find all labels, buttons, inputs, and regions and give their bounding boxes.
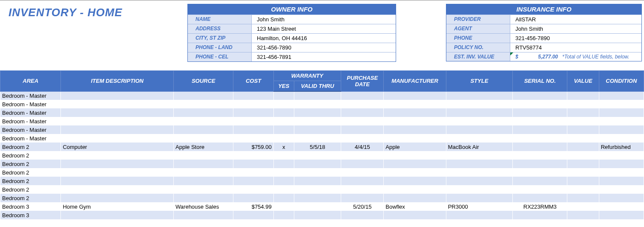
cell-mfr[interactable] bbox=[384, 185, 446, 194]
cell-yes[interactable]: x bbox=[273, 143, 294, 151]
cell-value[interactable] bbox=[567, 185, 599, 194]
cell-serial[interactable] bbox=[513, 168, 567, 177]
cell-thru[interactable] bbox=[294, 185, 341, 194]
cell-desc[interactable] bbox=[61, 194, 174, 202]
col-header-serial[interactable]: SERIAL NO. bbox=[513, 71, 567, 92]
cell-desc[interactable] bbox=[61, 151, 174, 160]
cell-style[interactable] bbox=[446, 151, 512, 160]
cell-pdate[interactable] bbox=[341, 177, 384, 185]
cell-cond[interactable] bbox=[599, 134, 644, 143]
cell-mfr[interactable] bbox=[384, 194, 446, 202]
owner-phone-land-value[interactable]: 321-456-7890 bbox=[252, 43, 396, 52]
cell-mfr[interactable] bbox=[384, 100, 446, 108]
cell-area[interactable]: Bedroom 2 bbox=[0, 194, 61, 202]
cell-desc[interactable] bbox=[61, 100, 174, 108]
cell-thru[interactable] bbox=[294, 134, 341, 143]
cell-mfr[interactable] bbox=[384, 151, 446, 160]
cell-value[interactable] bbox=[567, 91, 599, 100]
cell-source[interactable] bbox=[174, 160, 233, 168]
cell-style[interactable] bbox=[446, 117, 512, 125]
cell-source[interactable] bbox=[174, 185, 233, 194]
owner-name-value[interactable]: John Smith bbox=[252, 15, 396, 24]
owner-city-value[interactable]: Hamilton, OH 44416 bbox=[252, 34, 396, 43]
cell-desc[interactable] bbox=[61, 177, 174, 185]
cell-pdate[interactable] bbox=[341, 100, 384, 108]
cell-cond[interactable] bbox=[599, 151, 644, 160]
cell-mfr[interactable] bbox=[384, 108, 446, 117]
cell-thru[interactable] bbox=[294, 100, 341, 108]
cell-area[interactable]: Bedroom 2 bbox=[0, 151, 61, 160]
col-header-mfr[interactable]: MANUFACTURER bbox=[384, 71, 446, 92]
cell-pdate[interactable] bbox=[341, 134, 384, 143]
cell-cost[interactable] bbox=[233, 185, 273, 194]
cell-cost[interactable] bbox=[233, 177, 273, 185]
cell-cost[interactable]: $759.00 bbox=[233, 143, 273, 151]
cell-value[interactable] bbox=[567, 202, 599, 211]
cell-pdate[interactable] bbox=[341, 151, 384, 160]
cell-serial[interactable] bbox=[513, 125, 567, 134]
cell-yes[interactable] bbox=[273, 177, 294, 185]
cell-thru[interactable] bbox=[294, 211, 341, 219]
cell-style[interactable] bbox=[446, 125, 512, 134]
cell-cond[interactable] bbox=[599, 100, 644, 108]
col-header-source[interactable]: SOURCE bbox=[174, 71, 233, 92]
cell-desc[interactable] bbox=[61, 134, 174, 143]
cell-value[interactable] bbox=[567, 143, 599, 151]
cell-thru[interactable] bbox=[294, 168, 341, 177]
cell-mfr[interactable] bbox=[384, 134, 446, 143]
cell-source[interactable] bbox=[174, 177, 233, 185]
cell-thru[interactable] bbox=[294, 108, 341, 117]
cell-cost[interactable] bbox=[233, 160, 273, 168]
cell-source[interactable] bbox=[174, 168, 233, 177]
cell-pdate[interactable] bbox=[341, 91, 384, 100]
cell-value[interactable] bbox=[567, 100, 599, 108]
cell-mfr[interactable]: Bowflex bbox=[384, 202, 446, 211]
cell-cond[interactable] bbox=[599, 125, 644, 134]
owner-address-value[interactable]: 123 Main Street bbox=[252, 24, 396, 33]
cell-cond[interactable] bbox=[599, 177, 644, 185]
col-header-area[interactable]: AREA bbox=[0, 71, 61, 92]
cell-area[interactable]: Bedroom - Master bbox=[0, 108, 61, 117]
cell-value[interactable] bbox=[567, 168, 599, 177]
cell-cond[interactable]: Refurbished bbox=[599, 143, 644, 151]
cell-mfr[interactable] bbox=[384, 125, 446, 134]
cell-style[interactable] bbox=[446, 185, 512, 194]
cell-source[interactable] bbox=[174, 134, 233, 143]
cell-mfr[interactable] bbox=[384, 160, 446, 168]
cell-yes[interactable] bbox=[273, 168, 294, 177]
cell-cond[interactable] bbox=[599, 211, 644, 219]
cell-thru[interactable] bbox=[294, 202, 341, 211]
cell-mfr[interactable] bbox=[384, 91, 446, 100]
cell-desc[interactable] bbox=[61, 211, 174, 219]
cell-yes[interactable] bbox=[273, 160, 294, 168]
cell-cond[interactable] bbox=[599, 108, 644, 117]
cell-serial[interactable] bbox=[513, 100, 567, 108]
cell-desc[interactable] bbox=[61, 125, 174, 134]
cell-thru[interactable] bbox=[294, 151, 341, 160]
col-header-pdate[interactable]: PURCHASE DATE bbox=[341, 71, 384, 92]
cell-value[interactable] bbox=[567, 177, 599, 185]
cell-value[interactable] bbox=[567, 160, 599, 168]
insurance-agent-value[interactable]: John Smith bbox=[510, 24, 641, 33]
cell-serial[interactable] bbox=[513, 185, 567, 194]
cell-yes[interactable] bbox=[273, 151, 294, 160]
owner-phone-cel-value[interactable]: 321-456-7891 bbox=[252, 52, 396, 61]
cell-serial[interactable]: RX223RMM3 bbox=[513, 202, 567, 211]
cell-cond[interactable] bbox=[599, 202, 644, 211]
cell-source[interactable] bbox=[174, 117, 233, 125]
cell-mfr[interactable] bbox=[384, 117, 446, 125]
cell-yes[interactable] bbox=[273, 117, 294, 125]
cell-value[interactable] bbox=[567, 117, 599, 125]
cell-cond[interactable] bbox=[599, 168, 644, 177]
cell-serial[interactable] bbox=[513, 160, 567, 168]
cell-pdate[interactable] bbox=[341, 168, 384, 177]
cell-mfr[interactable]: Apple bbox=[384, 143, 446, 151]
cell-style[interactable] bbox=[446, 134, 512, 143]
cell-source[interactable] bbox=[174, 100, 233, 108]
cell-pdate[interactable] bbox=[341, 185, 384, 194]
cell-cond[interactable] bbox=[599, 194, 644, 202]
cell-desc[interactable] bbox=[61, 160, 174, 168]
cell-desc[interactable]: Computer bbox=[61, 143, 174, 151]
cell-cost[interactable] bbox=[233, 134, 273, 143]
cell-thru[interactable] bbox=[294, 160, 341, 168]
